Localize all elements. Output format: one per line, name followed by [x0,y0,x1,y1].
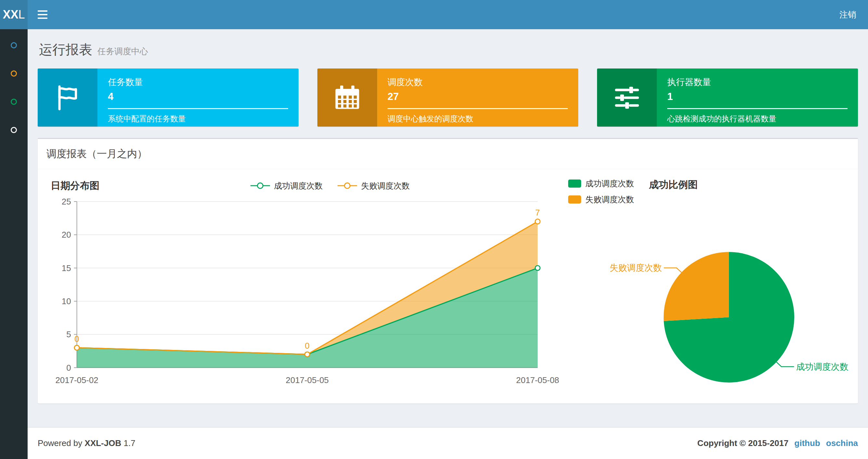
svg-text:7: 7 [535,208,540,217]
logo[interactable]: XXL [0,0,28,29]
svg-text:0: 0 [66,363,71,372]
svg-text:10: 10 [62,297,71,306]
flag-icon [38,68,97,127]
logo-text-bold: XX [3,8,18,22]
sidebar-toggle-button[interactable] [28,0,58,29]
oschina-link[interactable]: oschina [826,438,858,448]
info-box-content: 任务数量 4 系统中配置的任务数量 [97,68,299,127]
info-box-content: 执行器数量 1 心跳检测成功的执行器机器数量 [657,68,858,127]
calendar-icon [317,68,377,127]
hamburger-icon [38,14,48,15]
svg-text:25: 25 [62,197,71,206]
circle-outline-icon [11,99,17,105]
page-subtitle: 任务调度中心 [97,46,148,57]
info-box-value: 4 [108,91,288,103]
pie-chart-title: 成功比例图 [649,178,698,192]
sidebar-item-3[interactable] [11,99,17,105]
report-panel: 调度报表（一月之内） 日期分布图 成功调度次数失败调度次数 0510152025… [38,138,858,403]
legend-label: 失败调度次数 [585,194,634,205]
report-panel-body: 日期分布图 成功调度次数失败调度次数 05101520252017-05-022… [38,169,858,403]
svg-text:2017-05-08: 2017-05-08 [516,375,559,385]
svg-text:2017-05-02: 2017-05-02 [55,375,98,385]
info-box-description: 心跳检测成功的执行器机器数量 [667,113,847,124]
pie-legend: 成功调度次数失败调度次数 [568,178,634,205]
legend-label: 成功调度次数 [274,181,322,191]
powered-by-text: Powered by [38,438,82,448]
page-title: 运行报表 [39,41,92,59]
info-box-progress [108,108,288,109]
page-header: 运行报表 任务调度中心 [38,29,858,68]
info-box-progress [388,108,568,109]
svg-text:成功调度次数: 成功调度次数 [796,362,848,372]
svg-text:0: 0 [74,334,79,343]
info-box-job-count: 任务数量 4 系统中配置的任务数量 [38,68,299,127]
pie-legend-item-2[interactable]: 失败调度次数 [568,194,634,205]
info-box-value: 27 [388,91,568,103]
svg-text:20: 20 [62,230,71,239]
github-link[interactable]: github [794,438,820,448]
info-box-label: 执行器数量 [667,76,847,88]
sidebar-item-2[interactable] [11,70,17,76]
sidebar-item-1[interactable] [11,42,17,48]
sidebar-menu [0,29,28,459]
legend-swatch-icon [568,179,581,188]
product-name: XXL-JOB [85,438,122,448]
circle-outline-icon [11,42,17,48]
pie-chart-header: 成功调度次数失败调度次数 成功比例图 [568,176,849,205]
date-distribution-chart: 05101520252017-05-022017-05-052017-05-08… [46,196,560,390]
legend-label: 失败调度次数 [361,181,410,191]
line-chart-legend: 成功调度次数失败调度次数 [99,181,560,191]
info-box-row: 任务数量 4 系统中配置的任务数量 [38,68,858,127]
report-panel-title: 调度报表（一月之内） [38,139,858,169]
svg-text:15: 15 [62,264,71,273]
info-box-label: 调度次数 [388,76,568,88]
date-distribution-section: 日期分布图 成功调度次数失败调度次数 05101520252017-05-022… [46,176,560,394]
info-box-executor-count: 执行器数量 1 心跳检测成功的执行器机器数量 [597,68,858,127]
line-legend-item-2[interactable]: 失败调度次数 [337,181,410,191]
circle-outline-icon [11,127,17,133]
hamburger-icon [38,18,48,19]
line-chart-title: 日期分布图 [51,179,99,193]
info-box-progress [667,108,847,109]
svg-text:5: 5 [66,330,71,339]
footer-right: Copyright © 2015-2017 github oschina [698,438,858,448]
top-navbar: XXL 注销 [0,0,868,29]
success-ratio-section: 成功调度次数失败调度次数 成功比例图 成功调度次数失败调度次数 [560,176,849,394]
main-area: 运行报表 任务调度中心 任务数量 4 系统中 [0,29,868,459]
svg-text:0: 0 [305,341,310,350]
hamburger-icon [38,10,48,12]
sidebar-item-4[interactable] [11,127,17,133]
line-legend-item-1[interactable]: 成功调度次数 [250,181,322,191]
success-ratio-chart: 成功调度次数失败调度次数 [568,207,849,394]
legend-swatch-icon [568,195,581,203]
info-box-label: 任务数量 [108,76,288,88]
pie-legend-item-1[interactable]: 成功调度次数 [568,178,634,189]
product-version: 1.7 [123,438,135,448]
info-box-trigger-count: 调度次数 27 调度中心触发的调度次数 [317,68,578,127]
content-area: 运行报表 任务调度中心 任务数量 4 系统中 [28,29,868,427]
legend-label: 成功调度次数 [585,178,634,189]
right-column: 运行报表 任务调度中心 任务数量 4 系统中 [28,29,868,459]
line-chart-header: 日期分布图 成功调度次数失败调度次数 [46,176,560,195]
svg-text:2017-05-05: 2017-05-05 [286,375,329,385]
logo-text-rest: L [19,8,25,22]
legend-line-marker-icon [250,182,271,190]
copyright-text: Copyright © 2015-2017 [698,438,789,448]
page-footer: Powered by XXL-JOB 1.7 Copyright © 2015-… [28,427,868,459]
info-box-description: 系统中配置的任务数量 [108,113,288,124]
sliders-icon [597,68,657,127]
info-box-content: 调度次数 27 调度中心触发的调度次数 [377,68,578,127]
info-box-description: 调度中心触发的调度次数 [388,113,568,124]
legend-line-marker-icon [337,182,358,190]
app: { "navbar": { "logo_bold": "XX", "logo_r… [0,0,868,459]
circle-outline-icon [11,70,17,76]
navbar-spacer [58,0,828,29]
svg-text:失败调度次数: 失败调度次数 [610,263,662,273]
info-box-value: 1 [667,91,847,103]
logout-link[interactable]: 注销 [828,0,868,29]
